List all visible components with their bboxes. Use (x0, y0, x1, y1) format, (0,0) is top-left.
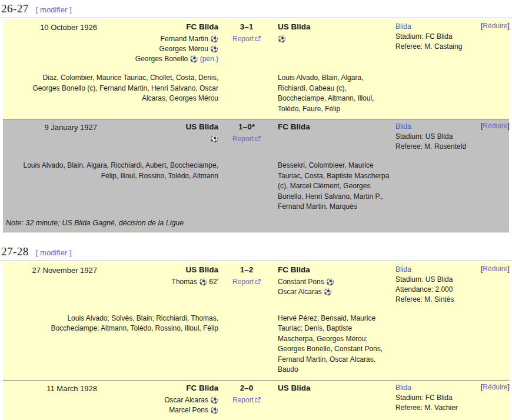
home-lineup: Diaz, Colombier, Maurice Tauriac, Cholle… (3, 64, 220, 114)
match-info-column: Blida Stadium: US Blida Referee: M. Rose… (394, 122, 481, 152)
scorer-line: Marcel Pons ⚽ (97, 405, 218, 415)
report-link[interactable]: Report (232, 35, 254, 43)
away-scorers: ⚽ (278, 34, 394, 44)
collapse-control: [Réduire] (481, 22, 511, 64)
score-column: 1–0* Report (220, 122, 274, 152)
soccer-ball-icon: ⚽ (210, 135, 218, 142)
match-info-column: Blida Stadium: US Blida Attendance: 2.00… (394, 265, 481, 305)
bracket: ] (507, 22, 509, 30)
match-score: 3–1 (220, 22, 274, 32)
external-link-icon (255, 35, 261, 45)
match-score: 2–0 (220, 383, 274, 393)
scorer-name: Marcel Pons (169, 406, 208, 414)
home-team-name: FC Blida (97, 22, 218, 32)
match-date: 10 October 1926 (3, 22, 97, 64)
soccer-ball-icon: ⚽ (190, 55, 198, 62)
edit-section-link[interactable]: [ modifier ] (36, 5, 72, 14)
external-link-icon (255, 135, 261, 145)
scorer-line: Oscar Alcaras ⚽ (97, 395, 218, 405)
section-heading: 26-27 (1, 2, 29, 15)
section-header: 26-27 [ modifier ] (0, 2, 512, 18)
home-team-column: FC Blida Fernand Martin ⚽ Georges Mérou … (97, 22, 220, 64)
home-lineup: Louis Alvado, Blain, Algara, Ricchiardi,… (3, 152, 220, 212)
score-column: 2–0 Report (220, 383, 274, 415)
soccer-ball-icon: ⚽ (199, 278, 207, 285)
season-section-27-28: 27-28 [ modifier ] 27 November 1927 US B… (0, 245, 512, 420)
match-box: 27 November 1927 US Blida Thomas ⚽ 62' 1… (3, 262, 509, 381)
report-link[interactable]: Report (232, 396, 254, 404)
external-link-icon (255, 396, 261, 406)
collapse-button[interactable]: Réduire (483, 383, 507, 391)
attendance-info: Attendance: 2.000 (395, 285, 481, 295)
goal-minute: 62' (209, 278, 218, 286)
report-link[interactable]: Report (232, 278, 254, 286)
collapse-control: [Réduire] (481, 383, 511, 415)
away-team-name: US Blida (278, 22, 394, 32)
footballbox-group: 10 October 1926 FC Blida Fernand Martin … (3, 19, 509, 232)
home-scorers: Fernand Martin ⚽ Georges Mérou ⚽ Georges… (97, 34, 218, 64)
collapse-button[interactable]: Réduire (483, 122, 507, 130)
scorer-line: Constant Pons ⚽ (278, 277, 394, 287)
location-link[interactable]: Blida (395, 384, 411, 392)
soccer-ball-icon: ⚽ (326, 278, 334, 285)
home-team-name: FC Blida (97, 383, 218, 393)
away-lineup: Hervé Pérez; Bensaid, Maurice Tauriac; D… (274, 305, 394, 375)
away-team-name: FC Blida (278, 122, 394, 132)
external-link-icon (255, 278, 261, 288)
scorer-name: Georges Mérou (159, 45, 208, 53)
home-scorers: Oscar Alcaras ⚽ Marcel Pons ⚽ (97, 395, 218, 415)
scorer-line: Georges Mérou ⚽ (97, 44, 218, 54)
home-lineup: Hervé Pérez, Marcel Clément, Bensaid, Mé… (3, 415, 220, 420)
report-line: Report (220, 34, 274, 45)
report-line: Report (220, 395, 274, 406)
away-team-column: FC Blida (274, 122, 394, 152)
stadium-info: Stadium: US Blida (395, 132, 481, 142)
away-lineup: Louis Alvado, Solvès I, Solvès II, Bocch… (274, 415, 394, 420)
collapse-button[interactable]: Réduire (483, 265, 507, 273)
referee-info: Referee: M. Vachier (395, 403, 481, 413)
match-score: 1–2 (220, 265, 274, 275)
home-scorers: Thomas ⚽ 62' (97, 277, 218, 287)
edit-section-link[interactable]: [ modifier ] (36, 248, 72, 257)
penalty-link[interactable]: (pen.) (200, 55, 218, 63)
away-team-column: FC Blida Constant Pons ⚽ Oscar Alcaras ⚽ (274, 265, 394, 305)
home-team-name: US Blida (97, 265, 218, 275)
scorer-name: Oscar Alcaras (164, 396, 208, 404)
match-box: 11 March 1928 FC Blida Oscar Alcaras ⚽ M… (3, 381, 509, 420)
away-team-name: US Blida (278, 383, 394, 393)
location-link[interactable]: Blida (395, 22, 411, 31)
soccer-ball-icon: ⚽ (210, 396, 218, 404)
report-link[interactable]: Report (232, 135, 254, 143)
location-link[interactable]: Blida (395, 122, 411, 131)
referee-info: Referee: M. Sintès (395, 295, 481, 305)
bracket: ] (507, 265, 509, 273)
scorer-name: Thomas (172, 278, 197, 286)
soccer-ball-icon: ⚽ (324, 288, 332, 295)
referee-info: Referee: M. Rosenteld (395, 142, 481, 152)
home-lineup: Louis Alvado; Solvès, Blain; Ricchiardi,… (3, 305, 220, 375)
match-date: 11 March 1928 (3, 383, 97, 415)
scorer-line: Fernand Martin ⚽ (97, 34, 218, 44)
away-team-column: US Blida ⚽ (274, 22, 394, 64)
location-link[interactable]: Blida (395, 265, 411, 274)
match-date: 9 January 1927 (3, 122, 97, 152)
scorer-name: Oscar Alcaras (278, 288, 322, 296)
away-lineup: Louis Alvado, Blain, Algara, Richiardi, … (274, 64, 394, 114)
bracket: ] (507, 122, 509, 130)
match-box: 9 January 1927 US Blida ⚽ 1–0* Report FC… (3, 119, 509, 232)
scorer-name: Fernand Martin (161, 35, 208, 43)
stadium-info: Stadium: FC Blida (395, 32, 481, 42)
match-note: Note: 32 minute; US Blida Gagné, décisio… (3, 212, 511, 227)
home-team-column: FC Blida Oscar Alcaras ⚽ Marcel Pons ⚽ (97, 383, 220, 415)
scorer-line: Thomas ⚽ 62' (97, 277, 218, 287)
bracket: ] (507, 383, 509, 391)
collapse-control: [Réduire] (481, 122, 511, 152)
away-team-column: US Blida (274, 383, 394, 415)
section-heading: 27-28 (1, 245, 29, 258)
collapse-button[interactable]: Réduire (483, 22, 507, 30)
match-score: 1–0* (220, 122, 274, 132)
report-line: Report (220, 134, 274, 145)
footballbox-group: 27 November 1927 US Blida Thomas ⚽ 62' 1… (3, 262, 509, 420)
home-team-column: US Blida ⚽ (97, 122, 220, 152)
scorer-line: Oscar Alcaras ⚽ (278, 287, 394, 297)
